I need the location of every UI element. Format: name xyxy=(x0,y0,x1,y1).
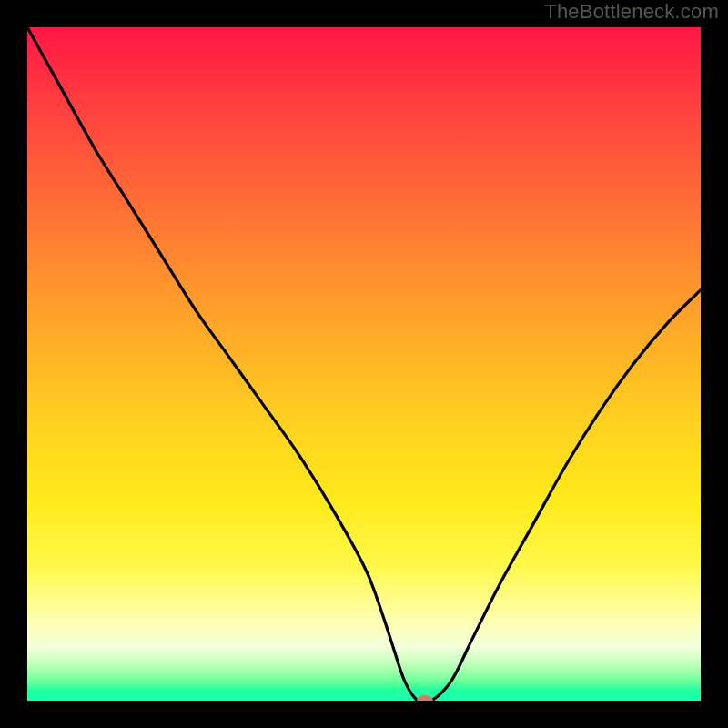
watermark-text: TheBottleneck.com xyxy=(544,0,719,24)
bottleneck-curve xyxy=(27,27,701,701)
optimal-point-marker xyxy=(417,695,433,701)
chart-frame: TheBottleneck.com xyxy=(0,0,728,728)
plot-area xyxy=(27,27,701,701)
